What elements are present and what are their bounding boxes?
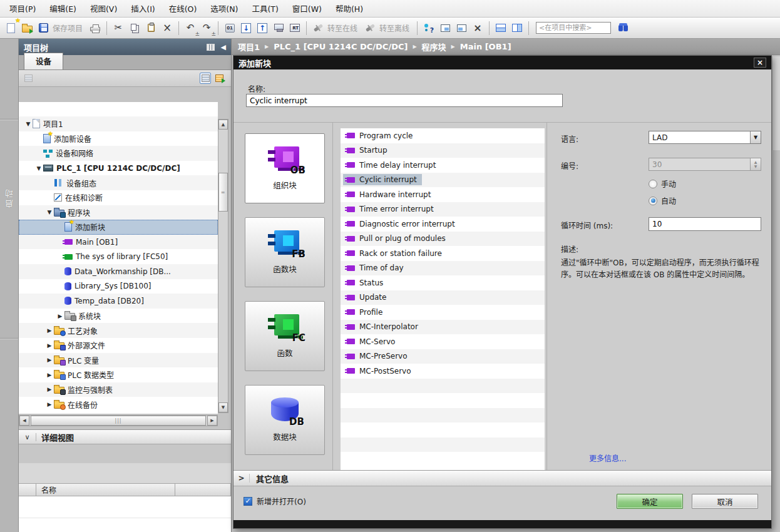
ob-type-row[interactable]: Status <box>341 275 545 290</box>
ob-type-item[interactable]: Update <box>343 292 391 303</box>
search-project-button[interactable] <box>615 21 630 36</box>
window-detach-button[interactable] <box>454 21 469 36</box>
tree-vertical-scrollbar[interactable]: ▲ ≡ ▼ <box>218 119 228 413</box>
ob-type-row[interactable]: Time of day <box>341 261 545 276</box>
ob-type-item[interactable]: Program cycle <box>343 130 418 141</box>
ob-type-row[interactable]: Time delay interrupt <box>341 158 545 173</box>
more-info-link[interactable]: 更多信息... <box>589 453 626 463</box>
tree-item[interactable]: ▶工艺对象 <box>19 323 218 338</box>
export-button[interactable] <box>213 73 225 84</box>
chevron-down-icon[interactable]: ∨ <box>19 433 36 441</box>
close-icon[interactable]: × <box>754 58 766 68</box>
go-offline-button[interactable] <box>362 21 377 36</box>
tree-item[interactable]: ▶在线备份 <box>19 397 218 412</box>
cancel-action-button[interactable]: × <box>470 21 485 36</box>
tree-item[interactable]: 在线和诊断 <box>19 190 218 205</box>
chevron-down-icon[interactable]: ▼ <box>750 131 761 143</box>
menu-item[interactable]: 视图(V) <box>83 0 124 17</box>
menu-item[interactable]: 编辑(E) <box>43 0 83 17</box>
ob-type-row[interactable]: Cyclic interrupt <box>341 173 545 188</box>
ob-type-row[interactable]: MC-Interpolator <box>341 320 545 335</box>
ob-type-row[interactable]: Update <box>341 290 545 305</box>
paste-button[interactable] <box>143 21 158 36</box>
cycle-time-input[interactable] <box>649 217 761 231</box>
breadcrumb-item[interactable]: Main [OB1] <box>460 42 511 51</box>
ob-type-item[interactable]: Cyclic interrupt <box>343 174 422 185</box>
chevron-right-icon[interactable]: > <box>233 474 250 483</box>
detail-view-header[interactable]: ∨ 详细视图 <box>19 429 231 444</box>
redo-dropdown-icon[interactable]: ± <box>211 31 216 37</box>
print-button[interactable] <box>88 21 103 36</box>
go-online-button[interactable] <box>310 21 326 36</box>
tree-item[interactable]: ▼程序块 <box>19 205 218 220</box>
upload-from-device-button[interactable]: ↑ <box>255 21 270 36</box>
expand-icon[interactable]: ▶ <box>56 313 64 319</box>
tree-item[interactable]: ▶系统块 <box>19 309 218 324</box>
tab-devices[interactable]: 设备 <box>24 53 63 69</box>
scroll-thumb[interactable]: ≡ <box>218 173 228 212</box>
scroll-right-icon[interactable]: ▶ <box>207 416 217 426</box>
delete-button[interactable]: × <box>160 21 175 36</box>
menu-item[interactable]: 选项(N) <box>203 0 245 17</box>
tree-item[interactable]: Main [OB1] <box>19 235 218 250</box>
tree-settings-button[interactable] <box>23 73 34 84</box>
auto-radio-row[interactable]: 自动 <box>649 195 676 206</box>
redo-button[interactable]: ↷± <box>199 21 214 36</box>
ob-type-item[interactable]: Rack or station failure <box>343 248 447 259</box>
save-project-button[interactable] <box>36 21 51 36</box>
breadcrumb-item[interactable]: 项目1 <box>238 41 260 53</box>
expand-icon[interactable]: ▶ <box>45 357 54 363</box>
ob-type-row[interactable]: MC-PreServo <box>341 349 545 364</box>
columns-icon[interactable] <box>207 44 215 51</box>
tree-item[interactable]: Temp_data [DB20] <box>19 294 218 309</box>
tree-item[interactable]: 添加新设备 <box>19 131 218 146</box>
block-type-db-button[interactable]: DB数据块 <box>245 385 325 455</box>
expand-icon[interactable]: ▶ <box>45 342 54 349</box>
compile-button[interactable]: 01 <box>222 21 237 36</box>
start-runtime-button[interactable]: RT <box>287 21 302 36</box>
expand-icon[interactable]: ▶ <box>45 327 54 334</box>
ob-type-row[interactable]: Hardware interrupt <box>341 187 545 202</box>
tree-item[interactable]: ▶PLC 变量 <box>19 353 218 368</box>
tree-item[interactable]: The sys of library [FC50] <box>19 249 218 264</box>
ob-type-row[interactable]: Profile <box>341 305 545 320</box>
ob-type-item[interactable]: Status <box>343 277 388 289</box>
breadcrumb-item[interactable]: PLC_1 [CPU 1214C DC/DC/DC] <box>274 42 408 51</box>
open-project-button[interactable] <box>19 21 34 36</box>
manual-radio-row[interactable]: 手动 <box>649 178 676 189</box>
expand-icon[interactable]: ▶ <box>45 372 54 378</box>
table-view-button[interactable] <box>200 73 211 84</box>
rail-tab-start[interactable]: 启动 <box>4 188 16 208</box>
accessible-devices-button[interactable] <box>421 21 436 36</box>
block-name-input[interactable] <box>246 94 563 107</box>
block-type-fb-button[interactable]: FB函数块 <box>245 217 325 287</box>
open-checkbox-row[interactable]: 新增并打开(O) <box>244 496 306 506</box>
expand-icon[interactable]: ▶ <box>45 401 54 407</box>
collapse-panel-icon[interactable]: ◀ <box>221 43 226 51</box>
project-search-input[interactable] <box>536 22 611 34</box>
menu-item[interactable]: 帮助(H) <box>329 0 370 17</box>
add-and-open-checkbox[interactable] <box>244 497 252 506</box>
scroll-left-icon[interactable]: ◀ <box>19 416 29 426</box>
tree-item[interactable]: 设备和网络 <box>19 146 218 161</box>
manual-radio[interactable] <box>649 180 657 188</box>
split-horizontal-button[interactable] <box>493 21 508 36</box>
collapse-icon[interactable]: ▼ <box>34 165 43 171</box>
tree-item[interactable]: 添加新块 <box>19 220 218 235</box>
download-to-device-button[interactable]: ↓ <box>239 21 254 36</box>
tree-item[interactable]: ▼PLC_1 [CPU 1214C DC/DC/DC] <box>19 161 218 176</box>
ob-type-item[interactable]: Hardware interrupt <box>343 189 436 200</box>
menu-item[interactable]: 窗口(W) <box>285 0 329 17</box>
tree-item[interactable]: Data_Workmanship [DB... <box>19 264 218 279</box>
cancel-button[interactable]: 取消 <box>692 494 758 509</box>
tree-horizontal-scrollbar[interactable]: ◀ ||| ▶ <box>19 415 218 426</box>
ob-type-row[interactable]: MC-PostServo <box>341 364 545 379</box>
expand-icon[interactable]: ▶ <box>45 386 54 392</box>
new-project-button[interactable] <box>3 21 18 36</box>
ob-type-row[interactable]: Time error interrupt <box>341 202 545 217</box>
scroll-up-icon[interactable]: ▲ <box>218 120 228 130</box>
copy-button[interactable] <box>127 21 142 36</box>
dialog-titlebar[interactable]: 添加新块 × <box>233 56 771 69</box>
window-overview-button[interactable] <box>438 21 453 36</box>
ob-type-item[interactable]: Startup <box>343 145 393 156</box>
